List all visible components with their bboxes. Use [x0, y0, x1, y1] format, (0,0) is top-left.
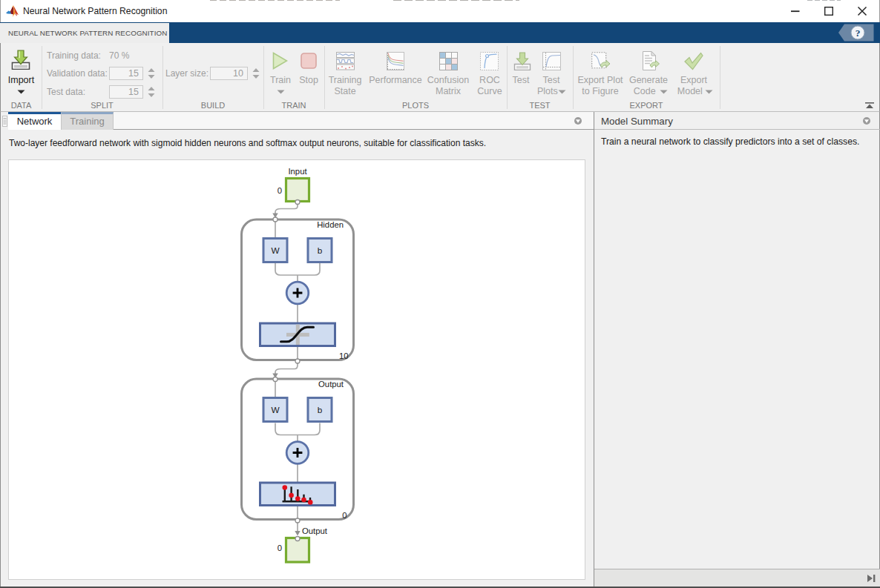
- svg-text:W: W: [271, 405, 280, 415]
- svg-text:0: 0: [278, 186, 282, 195]
- svg-text:W: W: [271, 245, 280, 256]
- svg-text:b: b: [318, 245, 323, 256]
- svg-text:0: 0: [342, 511, 347, 520]
- svg-text:Input: Input: [288, 167, 307, 176]
- svg-text:b: b: [318, 405, 323, 415]
- svg-text:Output: Output: [302, 526, 328, 535]
- svg-text:10: 10: [339, 351, 349, 360]
- svg-text:0: 0: [278, 544, 282, 552]
- svg-text:?: ?: [856, 27, 861, 39]
- svg-text:Output: Output: [318, 380, 344, 389]
- svg-text:Hidden: Hidden: [317, 220, 344, 229]
